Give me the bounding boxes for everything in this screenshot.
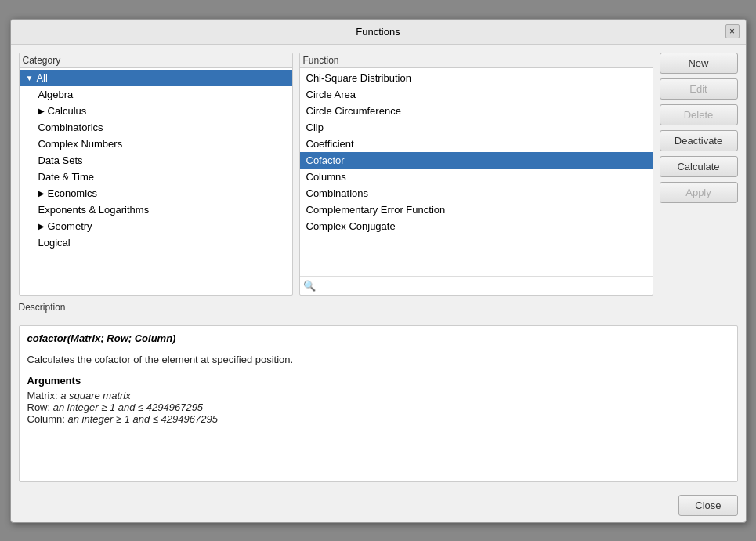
- title-close-button[interactable]: ×: [725, 24, 740, 38]
- category-item-algebra[interactable]: Algebra: [20, 86, 292, 103]
- description-args-title: Arguments: [27, 375, 729, 387]
- function-item[interactable]: Circle Circumference: [300, 103, 653, 119]
- category-item-date-time[interactable]: Date & Time: [20, 169, 292, 185]
- bottom-bar: Close: [11, 490, 746, 522]
- category-item-label: Calculus: [48, 105, 87, 117]
- category-item-data-sets[interactable]: Data Sets: [20, 152, 292, 169]
- category-item-label: All: [36, 72, 47, 84]
- apply-button[interactable]: Apply: [660, 182, 738, 203]
- category-item-exponents[interactable]: Exponents & Logarithms: [20, 202, 292, 218]
- function-list: Chi-Square Distribution Circle Area Circ…: [300, 68, 653, 276]
- description-label: Description: [19, 302, 738, 313]
- function-item[interactable]: Complex Conjugate: [300, 218, 653, 234]
- category-item-label: Date & Time: [38, 171, 95, 183]
- function-panel: Function Chi-Square Distribution Circle …: [299, 53, 653, 296]
- deactivate-button[interactable]: Deactivate: [660, 130, 738, 151]
- description-signature: cofactor(Matrix; Row; Column): [27, 332, 729, 344]
- function-item-cofactor[interactable]: Cofactor: [300, 152, 653, 169]
- button-panel: New Edit Delete Deactivate Calculate App…: [660, 53, 738, 296]
- function-item[interactable]: Columns: [300, 169, 653, 185]
- chevron-right-icon: ▶: [38, 107, 45, 115]
- category-item-economics[interactable]: ▶ Economics: [20, 185, 292, 202]
- category-item-label: Geometry: [48, 220, 92, 232]
- function-item[interactable]: Complementary Error Function: [300, 202, 653, 218]
- function-label: Function: [300, 53, 653, 68]
- category-item-combinatorics[interactable]: Combinatorics: [20, 119, 292, 136]
- category-item-all[interactable]: ▼ All: [20, 70, 292, 86]
- search-icon: 🔍: [303, 280, 316, 292]
- function-item[interactable]: Combinations: [300, 185, 653, 202]
- function-item[interactable]: Circle Area: [300, 86, 653, 103]
- description-arg-row: Row: an integer ≥ 1 and ≤ 4294967295: [27, 401, 729, 413]
- category-item-complex-numbers[interactable]: Complex Numbers: [20, 136, 292, 152]
- category-item-label: Complex Numbers: [38, 138, 123, 150]
- description-arg-matrix-value: a square matrix: [60, 390, 131, 401]
- top-section: Category ▼ All Algebra ▶ Calculus: [19, 53, 738, 296]
- description-text: Calculates the cofactor of the element a…: [27, 354, 729, 365]
- edit-button[interactable]: Edit: [660, 78, 738, 100]
- chevron-down-icon: ▼: [26, 74, 34, 82]
- search-input[interactable]: [319, 280, 649, 291]
- category-item-label: Combinatorics: [38, 122, 103, 133]
- category-item-label: Exponents & Logarithms: [38, 204, 150, 216]
- functions-dialog: Functions × Category ▼ All Algebra ▶: [10, 19, 747, 523]
- description-arg-column-value: an integer ≥ 1 and ≤ 4294967295: [68, 413, 218, 425]
- category-list: ▼ All Algebra ▶ Calculus Combinatorics C: [20, 68, 292, 295]
- description-arg-row-value: an integer ≥ 1 and ≤ 4294967295: [53, 401, 203, 413]
- dialog-title: Functions: [356, 26, 400, 38]
- category-item-calculus[interactable]: ▶ Calculus: [20, 103, 292, 119]
- description-panel: cofactor(Matrix; Row; Column) Calculates…: [19, 325, 738, 482]
- description-arg-matrix: Matrix: a square matrix: [27, 390, 729, 401]
- category-item-label: Logical: [38, 237, 71, 249]
- category-item-logical[interactable]: Logical: [20, 234, 292, 251]
- close-button[interactable]: Close: [678, 495, 737, 516]
- calculate-button[interactable]: Calculate: [660, 156, 738, 177]
- delete-button[interactable]: Delete: [660, 104, 738, 125]
- category-item-label: Algebra: [38, 89, 74, 100]
- description-arg-column: Column: an integer ≥ 1 and ≤ 4294967295: [27, 413, 729, 425]
- search-row: 🔍: [300, 276, 653, 295]
- chevron-right-icon: ▶: [38, 222, 45, 231]
- dialog-body: Category ▼ All Algebra ▶ Calculus: [11, 45, 746, 490]
- category-item-geometry[interactable]: ▶ Geometry: [20, 218, 292, 234]
- chevron-right-icon: ▶: [38, 189, 45, 198]
- function-item[interactable]: Coefficient: [300, 136, 653, 152]
- category-panel: Category ▼ All Algebra ▶ Calculus: [19, 53, 293, 296]
- category-label: Category: [20, 53, 292, 68]
- category-item-label: Data Sets: [38, 154, 83, 166]
- category-item-label: Economics: [48, 187, 98, 199]
- function-item[interactable]: Chi-Square Distribution: [300, 70, 653, 86]
- new-button[interactable]: New: [660, 53, 738, 74]
- function-item[interactable]: Clip: [300, 119, 653, 136]
- title-bar: Functions ×: [11, 20, 746, 45]
